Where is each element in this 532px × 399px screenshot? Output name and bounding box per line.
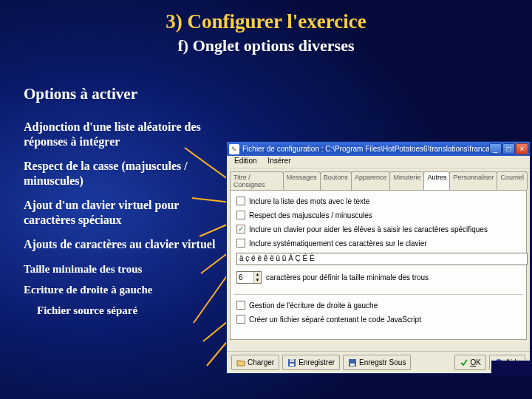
floppy-icon [287, 358, 296, 367]
tab-personnaliser[interactable]: Personnaliser [449, 171, 497, 190]
check-icon [460, 358, 468, 367]
section-heading: Options à activer [24, 85, 225, 103]
spin-up-icon[interactable]: ▲ [253, 272, 261, 278]
titlebar[interactable]: ✎ Fichier de configuration : C:\Program … [227, 142, 530, 156]
keyboard-chars-input[interactable]: à ç é è ê ë ù û À Ç É È [236, 253, 528, 265]
tab-messages[interactable]: Messages [283, 171, 321, 190]
divider [233, 294, 523, 295]
tab-courriel[interactable]: Courriel [497, 171, 528, 190]
floppy-arrow-icon [348, 358, 357, 367]
svg-rect-8 [290, 364, 294, 366]
tab-apparence[interactable]: Apparence [351, 171, 391, 190]
check-include-keyboard[interactable]: ✓ Inclure un clavier pour aider les élèv… [236, 225, 520, 233]
callout-1: Adjonction d'une liste aléatoire des rép… [24, 120, 225, 149]
callout-6: Ecriture de droite à gauche [24, 283, 225, 296]
svg-rect-11 [350, 364, 355, 366]
minimize-button[interactable]: _ [489, 143, 502, 154]
min-gap-value[interactable] [237, 272, 253, 283]
spin-down-icon[interactable]: ▼ [253, 278, 261, 284]
config-dialog: ✎ Fichier de configuration : C:\Program … [226, 141, 531, 374]
menu-edition[interactable]: Edition [230, 156, 262, 166]
menu-inserer[interactable]: Insérer [263, 156, 295, 166]
callout-2: Respect de la casse (majuscules / minusc… [24, 159, 225, 188]
min-gap-size-spinner[interactable]: ▲▼ [236, 271, 262, 284]
svg-rect-9 [290, 359, 294, 362]
check-include-word-list[interactable]: Inclure la liste des mots avec le texte [236, 197, 520, 205]
tab-panel: Inclure la liste des mots avec le texte … [230, 190, 527, 340]
check-case-sensitive[interactable]: Respect des majuscules / minuscules [236, 211, 520, 219]
check-separate-js[interactable]: Créer un fichier séparé contenant le cod… [236, 315, 520, 324]
min-gap-label: caractères pour définir la taille minima… [266, 273, 429, 282]
tab-strip: Titre / Consignes Messages Boutons Appar… [227, 168, 530, 190]
tab-autres[interactable]: Autres [423, 171, 450, 190]
button-bar: Charger Enregistrer Enregstr Sous OK ? A [227, 351, 530, 373]
tab-minuterie[interactable]: Minuterie [389, 171, 424, 190]
menu-bar: Edition Insérer [227, 156, 530, 168]
checkbox-icon [236, 211, 245, 219]
save-as-button[interactable]: Enregstr Sous [343, 355, 411, 370]
load-button[interactable]: Charger [231, 355, 279, 370]
checkbox-icon: ✓ [236, 225, 245, 233]
slide-corner-accent [491, 361, 532, 377]
callout-5: Taille minimale des trous [24, 262, 225, 276]
left-column: Options à activer Adjonction d'une liste… [24, 85, 225, 325]
window-title: Fichier de configuration : C:\Program Fi… [242, 145, 489, 153]
checkbox-icon [236, 301, 245, 310]
maximize-button[interactable]: □ [502, 143, 515, 154]
slide-subtitle: f) Onglet options diverses [0, 36, 532, 55]
checkbox-icon [236, 197, 245, 205]
slide-title: 3) Configurer l'exercice [0, 0, 532, 33]
tab-boutons[interactable]: Boutons [320, 171, 352, 190]
ok-label: K [476, 358, 481, 366]
checkbox-icon [236, 315, 245, 324]
save-button[interactable]: Enregistrer [282, 355, 340, 370]
ok-button[interactable]: OK [454, 355, 486, 370]
check-always-chars[interactable]: Inclure systématiquement ces caractères … [236, 239, 520, 248]
callout-3: Ajout d'un clavier virtuel pour caractèr… [24, 198, 225, 227]
tab-titre[interactable]: Titre / Consignes [230, 171, 284, 190]
app-icon: ✎ [229, 144, 239, 154]
folder-open-icon [236, 358, 245, 367]
close-button[interactable]: × [516, 143, 528, 154]
check-rtl[interactable]: Gestion de l'écriture de droite à gauche [236, 301, 520, 310]
checkbox-icon [236, 239, 245, 248]
callout-7: Fichier source séparé [37, 304, 225, 317]
callout-4: Ajouts de caractères au clavier virtuel [24, 237, 225, 252]
